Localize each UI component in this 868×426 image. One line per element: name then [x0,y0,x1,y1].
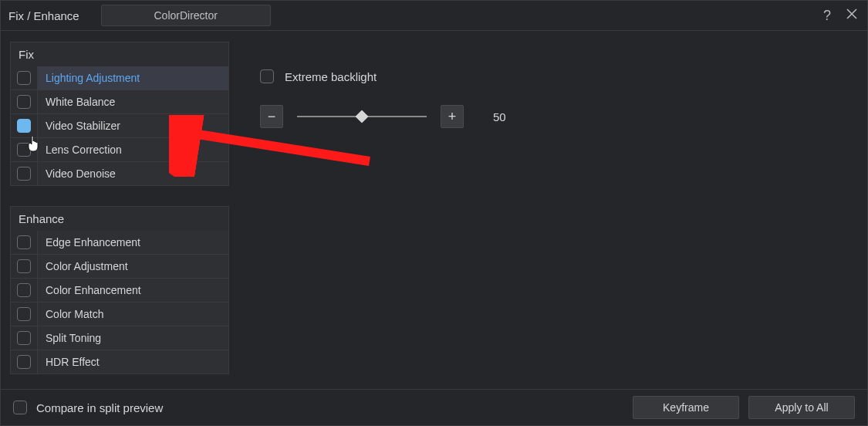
footer-right: Keyframe Apply to All [633,396,855,419]
body: Fix Lighting Adjustment White Balance Vi… [1,31,867,390]
fix-item-video-stabilizer[interactable]: Video Stabilizer [10,114,229,138]
fix-item-lighting-adjustment[interactable]: Lighting Adjustment [10,66,229,90]
fix-item-white-balance[interactable]: White Balance [10,90,229,114]
compare-label: Compare in split preview [36,401,163,414]
extreme-backlight-row: Extreme backlight [260,69,836,83]
titlebar-right: ? [819,8,860,24]
titlebar-left: Fix / Enhance ColorDirector [8,5,271,26]
apply-to-all-button[interactable]: Apply to All [748,396,855,419]
enhance-item-hdr-effect[interactable]: HDR Effect [10,350,229,374]
titlebar: Fix / Enhance ColorDirector ? [1,1,867,31]
checkbox-split-toning[interactable] [11,326,38,350]
extreme-backlight-checkbox[interactable] [260,69,274,83]
slider-thumb[interactable] [356,110,369,123]
fix-panel: Fix Lighting Adjustment White Balance Vi… [10,42,229,186]
compare-checkbox[interactable] [13,401,27,414]
label-split-toning: Split Toning [38,326,228,350]
checkbox-edge-enhancement[interactable] [11,231,38,254]
enhance-panel: Enhance Edge Enhancement Color Adjustmen… [10,206,229,374]
label-video-stabilizer: Video Stabilizer [38,114,228,137]
fix-item-video-denoise[interactable]: Video Denoise [10,162,229,186]
checkbox-video-stabilizer[interactable] [11,114,38,137]
checkbox-white-balance[interactable] [11,90,38,113]
checkbox-color-adjustment[interactable] [11,255,38,278]
checkbox-hdr-effect[interactable] [11,350,38,374]
footer-left: Compare in split preview [13,401,163,414]
checkbox-color-enhancement[interactable] [11,279,38,302]
fix-header: Fix [10,42,229,66]
label-lens-correction: Lens Correction [38,138,228,161]
enhance-item-color-enhancement[interactable]: Color Enhancement [10,279,229,303]
enhance-header: Enhance [10,206,229,231]
checkbox-video-denoise[interactable] [11,162,38,185]
checkbox-lens-correction[interactable] [11,138,38,161]
label-edge-enhancement: Edge Enhancement [38,231,228,254]
enhance-item-color-match[interactable]: Color Match [10,303,229,326]
enhance-item-split-toning[interactable]: Split Toning [10,326,229,350]
sidebar: Fix Lighting Adjustment White Balance Vi… [1,31,229,390]
enhance-item-edge-enhancement[interactable]: Edge Enhancement [10,231,229,255]
slider-row: − + 50 [260,105,836,128]
enhance-item-color-adjustment[interactable]: Color Adjustment [10,255,229,279]
label-hdr-effect: HDR Effect [38,350,228,374]
label-color-adjustment: Color Adjustment [38,255,228,278]
colordirector-button[interactable]: ColorDirector [101,5,271,26]
close-icon[interactable] [844,8,860,22]
help-icon[interactable]: ? [819,8,835,24]
label-color-match: Color Match [38,303,228,326]
footer: Compare in split preview Keyframe Apply … [1,389,867,425]
slider-decrease-button[interactable]: − [260,105,283,128]
label-lighting-adjustment: Lighting Adjustment [38,66,228,90]
fix-item-lens-correction[interactable]: Lens Correction [10,138,229,162]
brightness-slider[interactable] [297,109,427,124]
keyframe-button[interactable]: Keyframe [633,396,739,419]
label-video-denoise: Video Denoise [38,162,228,185]
checkbox-color-match[interactable] [11,303,38,326]
slider-increase-button[interactable]: + [441,105,464,128]
label-color-enhancement: Color Enhancement [38,279,228,302]
slider-value: 50 [493,110,506,123]
checkbox-lighting-adjustment[interactable] [11,66,38,90]
window-title: Fix / Enhance [8,9,87,22]
content-pane: Extreme backlight − + 50 [229,31,867,390]
fix-enhance-window: Fix / Enhance ColorDirector ? Fix Lighti… [0,0,868,426]
extreme-backlight-label: Extreme backlight [285,70,377,83]
label-white-balance: White Balance [38,90,228,113]
